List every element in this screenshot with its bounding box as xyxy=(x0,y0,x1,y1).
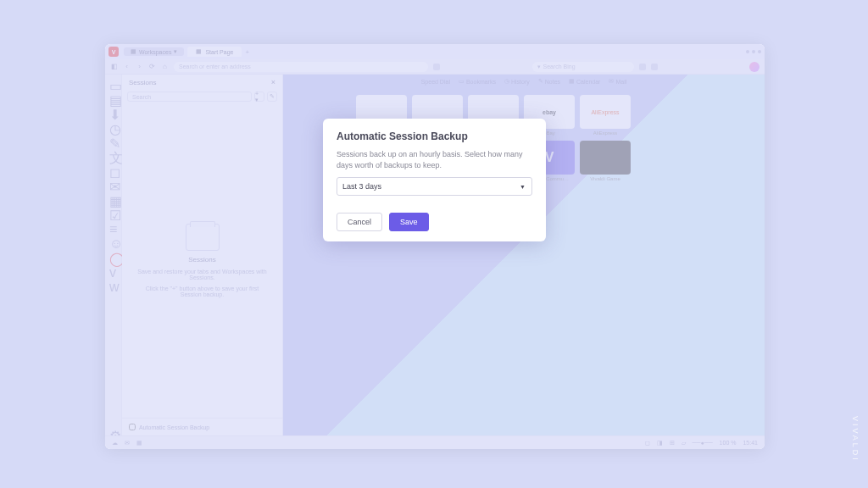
panel-toggle-icon[interactable]: ◧ xyxy=(110,63,118,70)
nav-calendar[interactable]: ▦ Calendar xyxy=(569,78,600,85)
status-bar: ☁ ✉ ▦ ◻ ◨ ⊞ ▱ ──●── 100 % 15:41 xyxy=(105,435,765,449)
side-toolbar: ▭ ▤ ⬇ ◷ ✎ 文 ◻ ✉ ▦ ☑ ≡ ☺ ◯ v w ⚙ xyxy=(105,75,122,435)
tasks-icon[interactable]: ☑ xyxy=(109,208,117,215)
nav-bookmarks[interactable]: ▭ Bookmarks xyxy=(459,78,496,85)
contacts-icon[interactable]: ☺ xyxy=(109,236,117,244)
capture-icon[interactable]: ◨ xyxy=(657,440,663,446)
calendar-status-icon[interactable]: ▦ xyxy=(136,440,142,446)
mail-status-icon[interactable]: ✉ xyxy=(125,440,130,446)
panel-empty-state: Sessions Save and restore your tabs and … xyxy=(122,103,282,418)
panel-footer: Automatic Session Backup xyxy=(122,418,282,435)
forward-icon[interactable]: › xyxy=(136,63,143,70)
window-icon[interactable]: ◻ xyxy=(109,164,117,172)
backup-duration-select[interactable]: Last 3 days xyxy=(337,177,532,196)
vivaldi-logo-icon[interactable]: V xyxy=(108,47,119,57)
close-panel-icon[interactable]: × xyxy=(271,78,275,86)
nav-mail[interactable]: ✉ Mail xyxy=(609,78,626,85)
profile-avatar[interactable] xyxy=(749,62,760,72)
nav-notes[interactable]: ✎ Notes xyxy=(538,78,560,85)
break-icon[interactable]: ◻ xyxy=(645,440,650,446)
download-icon[interactable] xyxy=(651,64,658,70)
translate-icon[interactable]: 文 xyxy=(109,150,117,158)
search-input[interactable]: ▾ Search Bing xyxy=(532,62,634,72)
empty-box-icon xyxy=(186,224,220,251)
tab-start-page[interactable]: ▦ Start Page xyxy=(187,47,242,57)
nav-speed-dial[interactable]: Speed Dial xyxy=(421,78,450,85)
extension-icon[interactable] xyxy=(433,64,440,70)
sessions-icon[interactable]: ◯ xyxy=(109,251,117,258)
sync-icon[interactable]: ☁ xyxy=(112,440,118,446)
calendar-icon[interactable]: ▦ xyxy=(109,193,117,201)
sessions-panel: Sessions × Search + ▾ ✎ Sessions Save an… xyxy=(122,75,283,435)
tiling-icon[interactable]: ⊞ xyxy=(670,440,675,446)
titlebar: V ▦ Workspaces ▾ ▦ Start Page + xyxy=(105,44,765,59)
v-icon[interactable]: v xyxy=(109,265,117,273)
wiki-icon[interactable]: w xyxy=(109,280,117,287)
edit-session-button[interactable]: ✎ xyxy=(267,92,277,102)
home-icon[interactable]: ⌂ xyxy=(161,63,169,70)
bookmarks-icon[interactable]: ▭ xyxy=(109,78,117,86)
history-icon[interactable]: ◷ xyxy=(109,121,117,129)
settings-icon[interactable]: ⚙ xyxy=(109,428,117,435)
address-bar: ◧ ‹ › ⟳ ⌂ Search or enter an address ▾ S… xyxy=(105,59,765,75)
workspaces-button[interactable]: ▦ Workspaces ▾ xyxy=(124,47,184,56)
feeds-icon[interactable]: ≡ xyxy=(109,222,117,230)
tile-aliexpress[interactable]: AliExpress xyxy=(580,95,631,129)
vivaldi-watermark: VIVALDI xyxy=(851,416,860,463)
window-controls[interactable] xyxy=(746,50,761,53)
save-button[interactable]: Save xyxy=(389,213,429,231)
clock: 15:41 xyxy=(743,440,758,446)
zoom-value: 100 % xyxy=(720,440,737,446)
reload-icon[interactable]: ⟳ xyxy=(148,63,156,70)
start-page-nav: Speed Dial ▭ Bookmarks ◷ History ✎ Notes… xyxy=(283,78,765,85)
notes-icon[interactable]: ✎ xyxy=(109,136,117,143)
panel-search-input[interactable]: Search xyxy=(127,92,252,102)
auto-backup-modal: Automatic Session Backup Sessions back u… xyxy=(323,119,546,241)
back-icon[interactable]: ‹ xyxy=(123,63,131,70)
panel-title: Sessions xyxy=(129,79,156,86)
extension-icon-2[interactable] xyxy=(639,64,646,70)
modal-title: Automatic Session Backup xyxy=(337,130,532,142)
auto-backup-checkbox[interactable] xyxy=(129,424,136,430)
add-session-button[interactable]: + ▾ xyxy=(254,92,264,102)
cancel-button[interactable]: Cancel xyxy=(337,213,382,231)
modal-description: Sessions back up on an hourly basis. Sel… xyxy=(337,149,532,170)
downloads-icon[interactable]: ⬇ xyxy=(109,107,117,114)
reading-list-icon[interactable]: ▤ xyxy=(109,92,117,100)
nav-history[interactable]: ◷ History xyxy=(504,78,530,85)
tile-vivaldi-game[interactable] xyxy=(580,141,631,175)
images-toggle-icon[interactable]: ▱ xyxy=(682,440,686,446)
zoom-slider[interactable]: ──●── xyxy=(693,440,713,446)
mail-icon[interactable]: ✉ xyxy=(109,179,117,186)
url-input[interactable]: Search or enter an address xyxy=(174,62,428,72)
new-tab-button[interactable]: + xyxy=(245,48,249,56)
